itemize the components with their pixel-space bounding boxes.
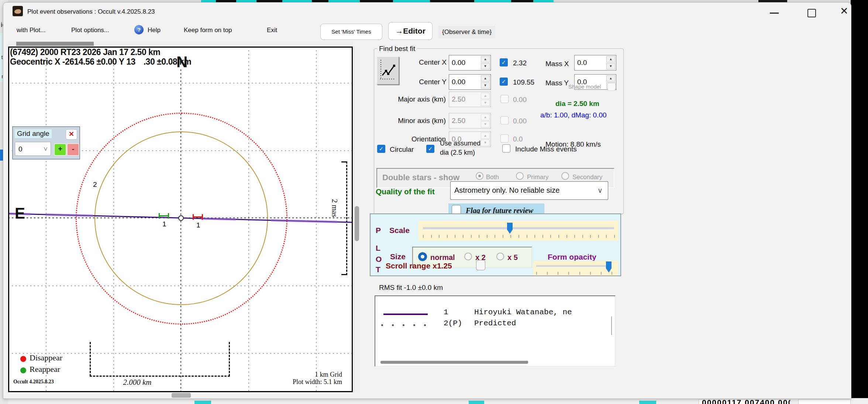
background-bottom-panel: 00000117 007400 0000 <box>699 399 790 404</box>
scale-bar-line <box>90 376 230 377</box>
close-icon[interactable]: ✕ <box>840 5 848 17</box>
background-teal-fragment <box>469 401 484 404</box>
mass-x-label: Mass X <box>545 60 569 68</box>
grid-spacing-label: 1 km Grid <box>231 371 342 379</box>
quality-select[interactable]: Astrometry only. No reliable size∨ <box>450 181 608 200</box>
grid-angle-select[interactable]: 0˅ <box>15 142 51 156</box>
size-normal-radio[interactable] <box>418 252 427 261</box>
shape-model-checkbox <box>607 83 616 91</box>
series-2-name: Predicted <box>474 319 516 328</box>
series-1-name: Hiroyuki Watanabe, ne <box>474 308 572 316</box>
list-scroll-indicator <box>611 316 612 335</box>
fit-x-checkbox[interactable] <box>500 58 508 66</box>
window-title: Plot event observations : Occult v.4.202… <box>27 8 155 16</box>
observer-listbox[interactable]: 1 Hiroyuki Watanabe, ne 2(P) Predicted <box>375 295 616 367</box>
center-x-label: Center X <box>402 58 447 66</box>
background-right-black <box>851 0 868 398</box>
double-stars-label: Double stars - show <box>382 173 459 182</box>
disappear-marker <box>193 214 204 220</box>
grid-angle-title: Grid angle <box>15 129 52 138</box>
use-assumed-checkbox[interactable] <box>426 145 434 153</box>
menu-plot-options[interactable]: Plot options... <box>71 27 109 34</box>
scale-slider-thumb[interactable] <box>507 223 513 234</box>
fit-y-checkbox[interactable] <box>500 78 508 86</box>
editor-button[interactable]: →Editor <box>388 22 433 40</box>
list-horizontal-scrollbar[interactable] <box>380 361 528 364</box>
size-x2-radio[interactable] <box>464 253 472 260</box>
size-label: Size <box>390 252 406 261</box>
minor-axis-err-checkbox <box>500 116 509 124</box>
plot-vertical-letter: L <box>376 244 380 253</box>
minor-axis-err: 0.00 <box>513 117 527 125</box>
grid-angle-plus-button[interactable]: + <box>54 143 66 156</box>
maximize-icon[interactable] <box>807 9 816 17</box>
reappear-marker <box>159 213 170 219</box>
scale-bar-label: 2.000 km <box>104 378 170 387</box>
center-x-spinner[interactable]: 0.00▲▼ <box>449 55 491 71</box>
background-bottom-panel <box>798 399 851 404</box>
chevron-down-icon: ∨ <box>597 186 603 195</box>
scale-label: Scale <box>389 226 410 235</box>
major-axis-err: 0.00 <box>513 96 527 104</box>
form-opacity-thumb[interactable] <box>606 261 612 273</box>
help-icon[interactable]: ? <box>134 25 144 34</box>
plot-vertical-scrollbar[interactable] <box>354 47 360 392</box>
plot-geocentric: Geocentric X -2614.56 ±0.00 Y 13.30 ±0.0… <box>10 57 191 67</box>
size-x5-label[interactable]: x 5 <box>507 253 518 262</box>
chord-label: 1 <box>196 221 200 229</box>
plot-vertical-letter: T <box>376 265 380 274</box>
orientation-label: Orientation <box>384 135 446 143</box>
series-1-number: 1 <box>444 308 448 316</box>
major-axis-spinner: 2.50▲▼ <box>449 92 491 107</box>
size-normal-label[interactable]: normal <box>430 253 455 262</box>
scrollbar-thumb[interactable] <box>355 206 359 241</box>
plot-horizontal-scrollbar[interactable] <box>8 41 353 46</box>
shape-model-label: Shape model <box>568 83 601 90</box>
bottom-scrollbar-thumb[interactable] <box>172 393 191 398</box>
minor-axis-label: Minor axis (km) <box>384 117 446 125</box>
menu-keep-on-top[interactable]: Keep form on top <box>184 27 232 34</box>
circular-checkbox[interactable] <box>377 145 385 153</box>
set-miss-times-button[interactable]: Set 'Miss' Times <box>320 24 382 40</box>
app-icon <box>13 6 23 16</box>
double-secondary-radio <box>561 172 569 180</box>
form-opacity-slider[interactable] <box>533 261 618 275</box>
scale-slider[interactable] <box>418 221 619 241</box>
grid-line-horizontal <box>8 83 353 83</box>
disappear-label: Disappear <box>30 353 62 363</box>
grid-line-vertical <box>46 47 46 392</box>
menu-help[interactable]: Help <box>148 27 161 34</box>
grid-angle-close-icon[interactable]: ✕ <box>66 129 77 140</box>
mass-y-label: Mass Y <box>545 79 569 87</box>
minimize-icon[interactable] <box>770 13 779 14</box>
observer-time-label: {Observer & time} <box>438 26 495 38</box>
background-teal-fragment <box>194 401 211 404</box>
quality-label: Quality of the fit <box>376 187 435 196</box>
series-1-line <box>383 314 428 315</box>
scroll-range-checkbox[interactable] <box>476 260 485 270</box>
double-primary-label: Primary <box>527 174 549 181</box>
fit-chart-button[interactable] <box>377 57 399 85</box>
fit-y-value: 109.55 <box>513 78 534 86</box>
diameter-label: dia = 2.50 km <box>555 100 599 108</box>
scrollbar-thumb[interactable] <box>16 42 94 46</box>
double-both-radio <box>476 172 483 180</box>
minor-axis-spinner: 2.50▲▼ <box>449 113 491 129</box>
menu-exit[interactable]: Exit <box>267 27 277 34</box>
include-miss-checkbox[interactable] <box>502 144 510 153</box>
double-primary-radio <box>516 172 524 180</box>
center-marker <box>178 215 184 221</box>
double-both-label: Both <box>486 174 499 181</box>
size-x5-radio[interactable] <box>496 253 504 260</box>
major-axis-label: Major axis (km) <box>384 95 446 103</box>
orientation-err-checkbox <box>500 134 509 143</box>
predicted-label: 2 <box>93 181 97 189</box>
menu-with-plot[interactable]: with Plot... <box>17 27 45 34</box>
mass-x-spinner[interactable]: 0.0▲▼ <box>574 55 616 71</box>
plot-vertical-letter: O <box>376 255 382 264</box>
find-best-fit-label: Find best fit <box>377 45 417 53</box>
grid-angle-minus-button[interactable]: - <box>67 143 79 156</box>
center-y-spinner[interactable]: 0.00▲▼ <box>449 74 491 90</box>
center-y-label: Center Y <box>402 78 447 86</box>
plot-canvas: 2 mas 2.000 km 1 1 2 (67492) 2000 RT23 2… <box>8 47 353 392</box>
